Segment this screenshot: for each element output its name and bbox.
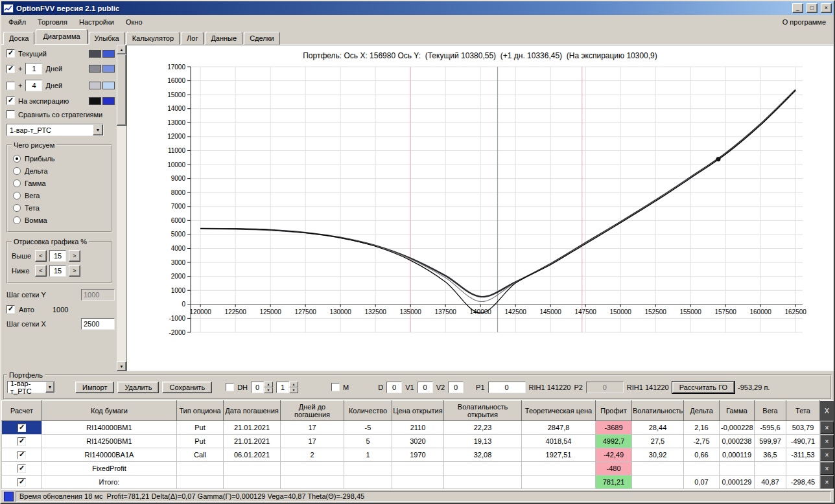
titlebar[interactable]: OptionFVV версия 2.1 public _ □ ×: [1, 1, 834, 15]
menu-settings[interactable]: Настройки: [73, 16, 120, 28]
above-label: Выше: [12, 252, 32, 260]
days-4-input[interactable]: [25, 80, 42, 91]
auto-grid-checkbox[interactable]: [6, 305, 15, 314]
dh-spinner-2[interactable]: 1 ▲▼: [276, 382, 298, 393]
dh-spinner-1[interactable]: 0 ▲▼: [251, 382, 273, 393]
color-swatch[interactable]: [102, 65, 115, 73]
table-row[interactable]: FixedProfit-480×: [2, 462, 834, 475]
close-icon[interactable]: ×: [821, 3, 832, 13]
below-decrease-button[interactable]: <: [35, 265, 47, 277]
import-button[interactable]: Импорт: [75, 382, 114, 393]
v2-input[interactable]: [448, 382, 464, 393]
color-swatch[interactable]: [102, 97, 115, 105]
above-decrease-button[interactable]: <: [35, 250, 47, 262]
dh-spinner-2-value[interactable]: 1: [276, 382, 289, 393]
row-calc-checkbox[interactable]: [18, 464, 26, 473]
scrollbar-thumb[interactable]: [117, 54, 126, 126]
color-swatch[interactable]: [89, 65, 101, 73]
scrollbar-track[interactable]: [117, 54, 126, 361]
tab-trades[interactable]: Сделки: [244, 32, 280, 45]
row-calc-checkbox[interactable]: [18, 424, 26, 432]
portfolio-strategy-select[interactable]: 1-вар-т_РТС ▼: [7, 381, 55, 393]
spinner-down-icon[interactable]: ▼: [264, 387, 273, 393]
sidebar-scrollbar[interactable]: ▲ ▼: [117, 45, 126, 371]
plus1-days-checkbox[interactable]: [6, 65, 15, 73]
grid-step-x-input[interactable]: [81, 318, 115, 330]
radio-vega[interactable]: [13, 192, 21, 200]
row-calc-cell: [2, 448, 42, 462]
maximize-icon[interactable]: □: [806, 3, 817, 13]
dh-label: DH: [237, 384, 248, 391]
table-row[interactable]: RI140000BM1Put21.01.202117-5211022,23284…: [2, 421, 834, 435]
tab-diagram[interactable]: Диаграмма: [36, 29, 87, 44]
chevron-down-icon[interactable]: ▼: [45, 382, 54, 393]
portfolio-chart[interactable]: -2000-1000010002000300040005000600070008…: [131, 62, 830, 347]
radio-theta[interactable]: [13, 204, 21, 212]
v1-input[interactable]: [418, 382, 433, 393]
dh-checkbox[interactable]: [226, 383, 234, 391]
row-calc-checkbox[interactable]: [18, 478, 26, 487]
tab-data[interactable]: Данные: [205, 32, 242, 45]
tab-calculator[interactable]: Калькулятор: [126, 32, 180, 45]
delete-row-button[interactable]: ×: [820, 462, 834, 475]
row-delete-cell: ×: [820, 421, 834, 435]
delete-row-button[interactable]: ×: [820, 475, 834, 488]
save-button[interactable]: Сохранить: [162, 382, 212, 393]
scroll-up-icon[interactable]: ▲: [117, 45, 126, 54]
tab-log[interactable]: Лог: [181, 32, 204, 45]
column-header: Профит: [596, 401, 632, 421]
plus4-days-checkbox[interactable]: [6, 82, 15, 90]
radio-gamma[interactable]: [13, 179, 21, 187]
row-calc-cell: [2, 421, 42, 435]
color-swatch[interactable]: [89, 97, 101, 105]
color-swatch[interactable]: [102, 82, 115, 89]
table-row[interactable]: RI140000BA1ACall06.01.202121197032,08192…: [2, 448, 834, 462]
svg-text:-1000: -1000: [169, 315, 185, 322]
below-value-input[interactable]: [49, 265, 66, 277]
m-checkbox[interactable]: [331, 383, 340, 391]
days-1-input[interactable]: [25, 63, 42, 74]
above-increase-button[interactable]: >: [69, 250, 80, 262]
table-row[interactable]: Итого:781,210,070,00012940,87-298,45×: [2, 475, 834, 489]
expiration-checkbox[interactable]: [6, 97, 15, 105]
delete-row-button[interactable]: ×: [820, 421, 834, 434]
delete-button[interactable]: Удалить: [117, 382, 159, 393]
radio-vomma[interactable]: [13, 216, 21, 224]
above-value-input[interactable]: [49, 250, 66, 262]
strategy-select[interactable]: 1-вар-т_РТС ▼: [6, 124, 104, 136]
dh-spinner-1-value[interactable]: 0: [251, 382, 264, 393]
delete-row-button[interactable]: ×: [820, 435, 834, 448]
compare-strategies-checkbox[interactable]: [6, 110, 15, 119]
row-calc-checkbox[interactable]: [18, 451, 26, 459]
svg-text:9000: 9000: [171, 175, 185, 182]
column-header: Тип опциона: [177, 401, 224, 421]
spinner-up-icon[interactable]: ▲: [264, 382, 273, 387]
current-series-checkbox[interactable]: [6, 49, 15, 58]
radio-delta[interactable]: [13, 167, 21, 175]
table-row[interactable]: RI142500BM1Put21.01.2021175302019,134018…: [2, 435, 834, 448]
scroll-down-icon[interactable]: ▼: [117, 361, 126, 371]
spinner-up-icon[interactable]: ▲: [289, 382, 298, 387]
calculate-go-button[interactable]: Рассчитать ГО: [672, 382, 735, 393]
row-calc-checkbox[interactable]: [18, 437, 26, 446]
menu-about[interactable]: О программе: [776, 16, 832, 28]
p1-input[interactable]: [488, 382, 526, 393]
svg-text:132500: 132500: [364, 308, 386, 315]
grid-step-y-input: [81, 289, 115, 301]
column-header: X: [820, 401, 834, 421]
color-swatch[interactable]: [102, 50, 115, 58]
minimize-icon[interactable]: _: [792, 3, 803, 13]
below-increase-button[interactable]: >: [69, 265, 80, 277]
d-input[interactable]: [386, 382, 402, 393]
color-swatch[interactable]: [89, 50, 101, 58]
tab-smile[interactable]: Улыбка: [89, 32, 125, 45]
menu-trading[interactable]: Торговля: [32, 16, 73, 28]
chevron-down-icon[interactable]: ▼: [93, 124, 103, 135]
menu-window[interactable]: Окно: [120, 16, 148, 28]
spinner-down-icon[interactable]: ▼: [289, 387, 298, 393]
menu-file[interactable]: Файл: [3, 16, 32, 28]
tab-board[interactable]: Доска: [3, 32, 34, 45]
radio-profit[interactable]: [13, 155, 21, 163]
delete-row-button[interactable]: ×: [820, 448, 834, 461]
color-swatch[interactable]: [89, 82, 101, 89]
